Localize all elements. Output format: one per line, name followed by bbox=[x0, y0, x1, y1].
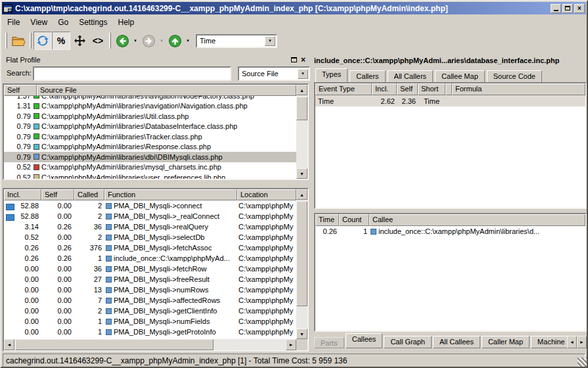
tabs-scroll-right-button[interactable]: ► bbox=[577, 336, 587, 348]
toolbar-handle[interactable] bbox=[5, 33, 7, 49]
tab-callee-map[interactable]: Callee Map bbox=[435, 70, 485, 82]
expand-button[interactable]: <> bbox=[89, 32, 107, 50]
tab-caller-map[interactable]: Caller Map bbox=[482, 336, 530, 348]
callee-row[interactable]: 0.261include_once::C:\xampp\phpMyAdmin\l… bbox=[315, 226, 585, 237]
event-type-row[interactable]: Time2.622.36Time bbox=[315, 95, 585, 106]
back-icon bbox=[116, 34, 129, 48]
column-header-short[interactable]: Short bbox=[418, 83, 445, 95]
scroll-right-button[interactable]: ► bbox=[286, 339, 296, 350]
group-dropdown-button[interactable]: ▼ bbox=[298, 69, 308, 79]
tab-call-graph[interactable]: Call Graph bbox=[384, 336, 432, 348]
up-button[interactable] bbox=[166, 32, 184, 50]
location-value: C:\xampp\phpMy bbox=[237, 328, 296, 336]
tab-parts[interactable]: Parts bbox=[314, 337, 344, 348]
forward-button[interactable] bbox=[139, 32, 158, 50]
column-header-function[interactable]: Function bbox=[104, 189, 237, 200]
column-header-formula[interactable]: Formula bbox=[452, 83, 585, 95]
function-row[interactable]: 0.000.002PMA_DBI_Mysqli->getClientInfoC:… bbox=[4, 306, 296, 316]
combobox-dropdown-button[interactable]: ▼ bbox=[265, 36, 275, 46]
column-header-called[interactable]: Called bbox=[74, 189, 104, 200]
function-row[interactable]: 0.520.002PMA_DBI_Mysqli->selectDbC:\xamp… bbox=[4, 232, 296, 242]
group-by-combobox[interactable]: Source File ▼ bbox=[238, 66, 310, 81]
dock-close-button[interactable]: × bbox=[301, 56, 305, 64]
file-row[interactable]: 0.52C:\xampp\phpMyAdmin\libraries\user_p… bbox=[4, 172, 296, 179]
column-header-incl-[interactable]: Incl. bbox=[372, 83, 397, 95]
column-header-source-file[interactable]: Source File bbox=[37, 85, 296, 96]
up-dropdown[interactable]: ▼ bbox=[184, 32, 192, 50]
column-header-callee[interactable]: Callee bbox=[369, 214, 585, 226]
tab-callers[interactable]: Callers bbox=[350, 70, 385, 82]
tabs-scroll-left-button[interactable]: ◄ bbox=[567, 336, 577, 348]
back-button[interactable] bbox=[113, 32, 131, 50]
column-header-event-type[interactable]: Event Type bbox=[315, 83, 372, 95]
menu-view[interactable]: View bbox=[25, 16, 53, 28]
file-row[interactable]: 0.79C:\xampp\phpMyAdmin\libraries\dbi\DB… bbox=[4, 152, 296, 162]
column-header-count[interactable]: Count bbox=[339, 214, 369, 226]
resize-grip[interactable] bbox=[577, 357, 587, 367]
maximize-button[interactable] bbox=[562, 4, 573, 13]
scroll-thumb[interactable] bbox=[296, 201, 307, 306]
menu-help[interactable]: Help bbox=[113, 16, 140, 28]
scroll-up-button[interactable]: ▲ bbox=[296, 85, 307, 95]
close-button[interactable]: × bbox=[574, 4, 585, 13]
file-row[interactable]: 0.79C:\xampp\phpMyAdmin\libraries\Respon… bbox=[4, 142, 296, 152]
file-row[interactable]: 1.31C:\xampp\phpMyAdmin\libraries\naviga… bbox=[4, 101, 296, 112]
function-row[interactable]: 3.140.2636PMA_DBI_Mysqli->realQueryC:\xa… bbox=[4, 221, 296, 232]
file-row[interactable]: 0.79C:\xampp\phpMyAdmin\libraries\Databa… bbox=[4, 122, 296, 132]
column-header-location[interactable]: Location bbox=[237, 189, 296, 200]
function-row[interactable]: 0.260.26376PMA_DBI_Mysqli->fetchAssocC:\… bbox=[4, 242, 296, 253]
column-header-incl-[interactable]: Incl. bbox=[4, 189, 41, 200]
file-row[interactable]: 0.79C:\xampp\phpMyAdmin\libraries\Util.c… bbox=[4, 111, 296, 122]
forward-dropdown[interactable]: ▼ bbox=[158, 32, 166, 50]
column-header-self[interactable]: Self bbox=[397, 83, 418, 95]
menu-settings[interactable]: Settings bbox=[74, 16, 112, 28]
tab-all-callers[interactable]: All Callers bbox=[388, 70, 434, 82]
tab-source-code[interactable]: Source Code bbox=[487, 70, 542, 82]
back-dropdown[interactable]: ▼ bbox=[131, 32, 139, 50]
tab-all-callees[interactable]: All Callees bbox=[433, 336, 480, 348]
percent-button[interactable]: % bbox=[52, 32, 70, 50]
minimize-button[interactable] bbox=[551, 4, 561, 13]
scroll-down-button[interactable]: ▼ bbox=[296, 168, 307, 179]
scroll-up-button[interactable]: ▲ bbox=[296, 189, 307, 200]
file-row[interactable]: 1.37C:\xampp\phpMyAdmin\libraries\naviga… bbox=[4, 96, 296, 101]
location-value: C:\xampp\phpMy bbox=[237, 202, 296, 210]
tab-callees[interactable]: Callees bbox=[346, 333, 383, 348]
function-vertical-scrollbar[interactable]: ▲ ▼ bbox=[296, 189, 307, 339]
search-input[interactable] bbox=[33, 66, 231, 81]
event-type-combobox[interactable]: Time ▼ bbox=[196, 34, 277, 48]
title-bar: C:\xampp\tmp\cachegrind.out.1416463299-C… bbox=[2, 2, 586, 14]
tab-machine[interactable]: Machine bbox=[531, 336, 567, 348]
panel-splitter[interactable] bbox=[309, 54, 314, 352]
function-row[interactable]: 52.880.002PMA_DBI_Mysqli->_realConnectC:… bbox=[4, 211, 296, 221]
function-row[interactable]: 0.000.001PMA_DBI_Mysqli->numFieldsC:\xam… bbox=[4, 316, 296, 327]
column-header-spacer[interactable] bbox=[445, 83, 452, 95]
file-vertical-scrollbar[interactable]: ▲ ▼ bbox=[296, 85, 307, 179]
function-row[interactable]: 0.260.261include_once::C:\xampp\phpMyAd.… bbox=[4, 253, 296, 264]
scroll-left-button[interactable]: ◄ bbox=[4, 339, 14, 350]
location-value: C:\xampp\phpMy bbox=[237, 275, 296, 283]
scroll-down-button[interactable]: ▼ bbox=[296, 329, 307, 339]
move-button[interactable] bbox=[70, 32, 89, 50]
function-row[interactable]: 0.000.007PMA_DBI_Mysqli->affectedRowsC:\… bbox=[4, 295, 296, 306]
function-horizontal-scrollbar[interactable]: ◄ ► bbox=[4, 339, 296, 350]
menu-go[interactable]: Go bbox=[53, 16, 74, 28]
file-row[interactable]: 0.79C:\xampp\phpMyAdmin\libraries\Tracke… bbox=[4, 131, 296, 142]
tab-types[interactable]: Types bbox=[315, 68, 348, 82]
column-header-self[interactable]: Self bbox=[41, 189, 74, 200]
function-row[interactable]: 0.000.0027PMA_DBI_Mysqli->freeResultC:\x… bbox=[4, 274, 296, 285]
file-row[interactable]: 0.52C:\xampp\phpMyAdmin\libraries\mysql_… bbox=[4, 162, 296, 173]
open-file-button[interactable] bbox=[9, 32, 28, 50]
scroll-thumb[interactable] bbox=[15, 339, 214, 350]
function-row[interactable]: 0.000.0036PMA_DBI_Mysqli->fetchRowC:\xam… bbox=[4, 264, 296, 274]
function-row[interactable]: 0.000.0013PMA_DBI_Mysqli->numRowsC:\xamp… bbox=[4, 285, 296, 295]
dock-float-button[interactable] bbox=[291, 57, 297, 62]
function-row[interactable]: 0.000.001PMA_DBI_Mysqli->getProtoInfoC:\… bbox=[4, 327, 296, 337]
reload-button[interactable] bbox=[34, 32, 52, 50]
scroll-thumb[interactable] bbox=[296, 97, 307, 120]
function-row[interactable]: 52.880.002PMA_DBI_Mysqli->connectC:\xamp… bbox=[4, 200, 296, 211]
column-header-time[interactable]: Time bbox=[315, 214, 339, 226]
menu-file[interactable]: File bbox=[2, 16, 25, 28]
column-header-self[interactable]: Self bbox=[4, 85, 37, 96]
maximize-icon bbox=[565, 6, 570, 11]
